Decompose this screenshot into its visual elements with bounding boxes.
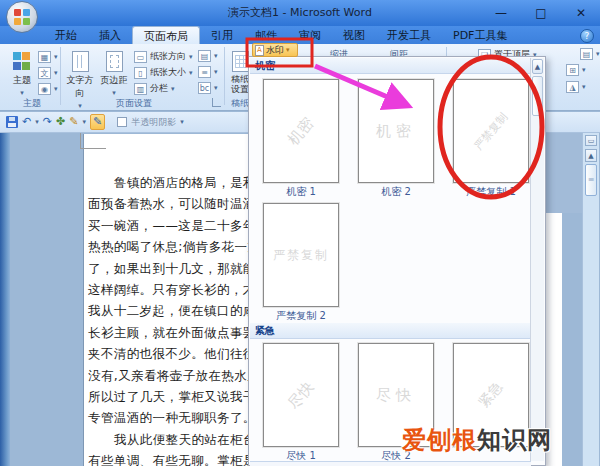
line-numbers-icon: ≡ xyxy=(198,66,211,78)
align-button[interactable]: ⊞▾ xyxy=(566,64,586,76)
breaks-button[interactable]: ▤▾ xyxy=(198,50,218,62)
format-painter-icon[interactable]: ✤ xyxy=(56,115,65,129)
close-button[interactable]: ✕ xyxy=(568,3,594,23)
rotate-button[interactable]: ◮▾ xyxy=(566,81,586,93)
thumb-watermark-text: 机密 xyxy=(376,122,416,141)
thumb-label-yanjinfuzhi-2: 严禁复制 2 xyxy=(253,309,349,323)
undo-icon[interactable]: ↶ xyxy=(22,115,31,129)
shadow-dropdown-icon[interactable]: ▾ xyxy=(180,118,184,126)
theme-effects-icon: ◉ xyxy=(38,83,51,95)
theme-fonts-button[interactable]: 文▾ xyxy=(38,67,58,79)
rotate-icon: ◮ xyxy=(566,81,579,93)
dropdown-shadow-band xyxy=(546,133,582,213)
pen-tool-selected-icon[interactable]: ✎ xyxy=(90,114,105,130)
tab-developer[interactable]: 开发工具 xyxy=(376,26,442,44)
thumb-label-jimi-1: 机密 1 xyxy=(253,185,349,199)
maximize-button[interactable]: □ xyxy=(528,3,554,23)
save-icon[interactable] xyxy=(6,116,18,128)
highlighter-icon[interactable]: ✎ xyxy=(69,115,78,129)
text-wrap-icon: ▤ xyxy=(580,48,593,60)
translucent-shadow-checkbox[interactable] xyxy=(117,117,127,127)
breaks-icon: ▤ xyxy=(198,50,211,62)
tab-review[interactable]: 审阅 xyxy=(288,26,332,44)
tab-insert[interactable]: 插入 xyxy=(88,26,132,44)
text-wrap-button[interactable]: ▤▾ xyxy=(580,48,600,60)
thumb-label-jimi-2: 机密 2 xyxy=(348,185,444,199)
ribbon-tab-row: 开始 插入 页面布局 引用 邮件 审阅 视图 开发工具 PDF工具集 xyxy=(0,26,600,44)
office-logo-icon xyxy=(14,9,30,25)
align-icon: ⊞ xyxy=(566,64,579,76)
margins-button[interactable]: 页边距▾ xyxy=(98,48,130,97)
text-direction-icon xyxy=(72,51,89,72)
document-scrollbar[interactable]: ▭ ▲ xyxy=(582,133,599,466)
paper-size-button[interactable]: ▯纸张大小▾ xyxy=(134,66,193,79)
tab-mailings[interactable]: 邮件 xyxy=(244,26,288,44)
watermark-option-jimi-1[interactable]: 机密 xyxy=(263,79,339,183)
theme-colors-icon: ▦ xyxy=(38,51,51,63)
margins-icon xyxy=(106,51,123,72)
watermark-option-yanjinfuzhi-2[interactable]: 严禁复制 xyxy=(263,203,339,307)
dropdown-scrollbar-thumb[interactable] xyxy=(532,76,543,116)
dropdown-scrollbar[interactable]: ▲ xyxy=(530,58,544,461)
page-setup-group-label: 页面设置 xyxy=(64,97,204,110)
section-header-urgent: 紧急 xyxy=(250,323,531,339)
tab-home[interactable]: 开始 xyxy=(44,26,88,44)
tab-references[interactable]: 引用 xyxy=(200,26,244,44)
watermark-option-jimi-2[interactable]: 机密 xyxy=(358,79,434,183)
thumb-watermark-text: 严禁复制 xyxy=(471,109,511,152)
watermark-option-yanjinfuzhi-1[interactable]: 严禁复制 xyxy=(453,79,529,183)
minimize-button[interactable]: — xyxy=(488,3,514,23)
orientation-button[interactable]: ▭纸张方向▾ xyxy=(134,50,193,63)
page-setup-dialog-launcher-icon[interactable] xyxy=(212,98,221,107)
columns-button[interactable]: ▥分栏▾ xyxy=(134,82,175,95)
site-watermark: 爱刨根知识网 xyxy=(402,424,552,456)
office-button[interactable] xyxy=(6,1,38,33)
help-icon[interactable]: ? xyxy=(580,29,594,43)
watermark-icon xyxy=(255,45,264,56)
watermark-button[interactable]: 水印 ▾ xyxy=(252,43,298,57)
scroll-up-icon[interactable]: ▲ xyxy=(585,149,597,162)
theme-fonts-icon: 文 xyxy=(38,67,51,79)
thumb-watermark-text: 机密 xyxy=(284,113,318,148)
line-numbers-button[interactable]: ≡▾ xyxy=(198,66,218,78)
themes-button[interactable]: 主题▾ xyxy=(6,48,38,97)
hyphenation-icon: bc xyxy=(198,82,211,94)
scrollbar-thumb[interactable] xyxy=(585,164,597,196)
themes-icon xyxy=(13,52,31,70)
ruler-toggle-icon[interactable]: ▭ xyxy=(585,135,597,146)
thumb-label-yanjinfuzhi-1: 严禁复制 1 xyxy=(443,185,539,199)
tab-view[interactable]: 视图 xyxy=(332,26,376,44)
watermark-option-jinkuai-1[interactable]: 尽快 xyxy=(263,343,339,447)
tab-pdf-tools[interactable]: PDF工具集 xyxy=(442,26,518,44)
orientation-icon: ▭ xyxy=(134,51,147,63)
window-left-edge xyxy=(0,133,10,466)
watermark-dropdown: 机密 机密 机密 严禁复制 机密 1 机密 2 严禁复制 1 严禁复制 严禁复制… xyxy=(248,56,546,466)
site-watermark-part1: 爱刨根 xyxy=(402,426,477,454)
theme-effects-button[interactable]: ◉▾ xyxy=(38,83,58,95)
thumb-watermark-text: 紧急 xyxy=(475,378,507,411)
section-header-confidential: 机密 xyxy=(250,58,531,74)
gallery-bottom-divider xyxy=(250,461,531,466)
margin-corner-mark xyxy=(80,133,106,149)
paper-size-icon: ▯ xyxy=(134,67,147,79)
title-bar: 演示文档1 - Microsoft Word — □ ✕ xyxy=(0,0,600,26)
columns-icon: ▥ xyxy=(134,83,147,95)
hyphenation-button[interactable]: bc▾ xyxy=(198,82,218,94)
site-watermark-part2: 知识网 xyxy=(477,426,552,454)
thumb-watermark-text: 尽快 xyxy=(284,377,318,412)
word-window: 演示文档1 - Microsoft Word — □ ✕ 开始 插入 页面布局 … xyxy=(0,0,600,466)
paper-grid-icon xyxy=(232,51,249,72)
themes-group-label: 主题 xyxy=(6,97,58,110)
redo-icon[interactable]: ↷ xyxy=(43,115,52,129)
translucent-shadow-label: 半透明阴影 xyxy=(131,116,176,129)
dropdown-scroll-up-icon[interactable]: ▲ xyxy=(532,59,543,74)
theme-colors-button[interactable]: ▦▾ xyxy=(38,51,58,63)
tab-page-layout[interactable]: 页面布局 xyxy=(132,26,200,44)
thumb-watermark-text: 严禁复制 xyxy=(273,247,329,264)
thumb-watermark-text: 尽快 xyxy=(376,386,416,405)
